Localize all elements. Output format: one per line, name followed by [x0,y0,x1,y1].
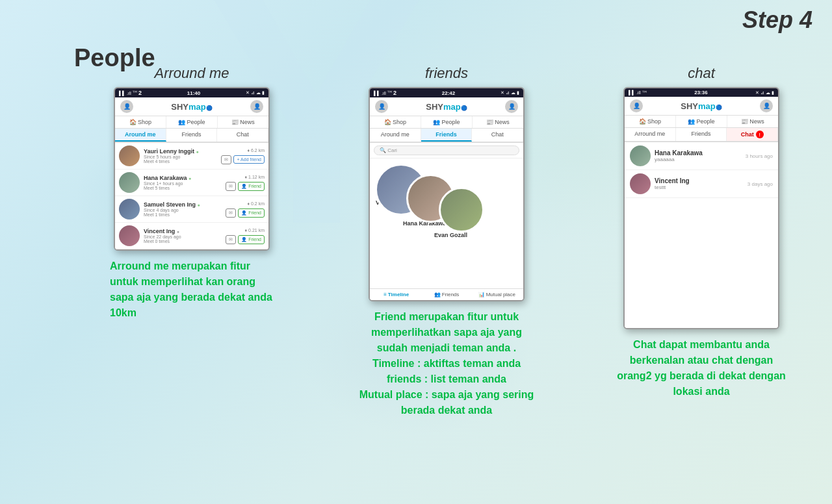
phone2-friends-area: Vincent Ing Hana Karakawa Evan Gozall [370,158,523,288]
phone3-tab-friends[interactable]: Friends [676,128,727,141]
friend-button-2[interactable]: 👤 Friend [238,182,265,191]
item-name-4: Vincent Ing ● [144,228,226,234]
item-distance-4: ♦ 0.21 km [227,228,265,233]
item-actions-3: ✉ 👤 Friend [226,208,265,218]
phone2-app-header: 👤 SHYmap🔵 👤 [370,97,523,116]
chat-badge: ! [756,131,764,138]
item-info-2: Hana Karakawa ● Since 1+ hours ago Meet … [144,175,226,190]
phone3-right-icons: ✕⊿☁▮ [755,90,774,95]
item-meta-3: Since 4 days ago [144,208,226,212]
phone3-left-icon[interactable]: 👤 [630,99,643,112]
phone2-description: Friend merupakan fitur untuk memperlihat… [356,309,538,418]
phone-column-3: chat ▌▌.ıllᵀᴹ 23:36 ✕⊿☁▮ 👤 [584,65,819,399]
phone2-bottom-tab-mutual[interactable]: 📊 Mutual place [472,292,522,297]
item-meta-1: Since 5 hours ago [144,155,221,159]
phone2-nav-shop[interactable]: 🏠 Shop [370,116,421,128]
item-info-3: Samuel Steven Ing ● Since 4 days ago Mee… [144,201,226,217]
phone-column-1: Arround me ▌▌.ıllᵀᴹ2 11:40 ✕⊿☁▮ 👤 [74,65,309,321]
search-box[interactable]: 🔍 Cari [374,145,519,155]
msg-button-3[interactable]: ✉ [226,208,236,218]
shop-icon-2: 🏠 [384,119,391,125]
avatar-2 [119,172,140,193]
people-icon-2: 👥 [433,119,440,125]
phone2-tab-aroundme[interactable]: Around me [370,129,421,142]
chat-time-2: 3 days ago [748,181,773,187]
msg-button-2[interactable]: ✉ [226,182,236,191]
phone2-tab-chat[interactable]: Chat [472,129,523,142]
phone2-right-icons: ✕⊿☁▮ [500,90,519,95]
friend-button-4[interactable]: 👤 Friend [238,235,265,244]
item-right-1: ♦ 6.2 km ✉ + Add friend [221,148,265,164]
phone1-app-header: 👤 SHYmap🔵 👤 [115,97,268,116]
phone2-nav-bar: 🏠 Shop 👥 People 📰 News [370,116,523,129]
item-right-2: ♦ 1.12 km ✉ 👤 Friend [226,175,265,191]
chat-item-1[interactable]: Hana Karakawa yaaaaaa 3 hours ago [625,142,778,170]
phone3-mockup: ▌▌.ıllᵀᴹ 23:36 ✕⊿☁▮ 👤 SHYmap🔵 [623,87,779,329]
phone1-list: Yauri Lenny Inggit ● Since 5 hours ago M… [115,143,268,249]
shop-icon-3: 🏠 [639,118,646,125]
phone-column-2: friends ▌▌.ıllᵀᴹ2 22:42 ✕⊿☁▮ 👤 [329,65,564,418]
phone1-status-bar: ▌▌.ıllᵀᴹ2 11:40 ✕⊿☁▮ [115,88,268,97]
phone3-nav-people[interactable]: 👥 People [676,116,727,127]
phone2-status-bar: ▌▌.ıllᵀᴹ2 22:42 ✕⊿☁▮ [370,88,523,97]
chat-msg-2: testtt [655,184,748,190]
chat-name-2: Vincent Ing [655,177,748,184]
phone2-bottom-tab-timeline[interactable]: ≡ Timeline [371,292,421,297]
phone2-bottom-tab-friends[interactable]: 👥 Friends [421,292,471,297]
list-item: Vincent Ing ● Since 22 days ago Meet 0 t… [115,223,268,249]
phone3-tab-bar: Arround me Friends Chat ! [625,128,778,142]
chat-time-1: 3 hours ago [746,153,773,159]
phone1-signal: ▌▌.ıllᵀᴹ2 [119,90,142,96]
phones-row: Arround me ▌▌.ıllᵀᴹ2 11:40 ✕⊿☁▮ 👤 [74,65,819,418]
phone2-nav-people[interactable]: 👥 People [421,116,473,128]
phone1-tab-bar: Around me Friends Chat [115,129,268,143]
phone2-left-icon[interactable]: 👤 [375,100,388,113]
phone2-tab-friends[interactable]: Friends [421,129,473,142]
phone2-right-icon[interactable]: 👤 [505,100,518,113]
phone2-search-area: 🔍 Cari [370,143,523,158]
phone3-chat-list: Hana Karakawa yaaaaaa 3 hours ago Vincen… [625,142,778,198]
phone1-tab-aroundme[interactable]: Around me [115,129,166,142]
news-icon-2: 📰 [486,119,493,125]
phone3-tab-chat[interactable]: Chat ! [727,128,778,141]
phone1-tab-chat[interactable]: Chat [217,129,268,142]
friend-button-3[interactable]: 👤 Friend [238,208,265,218]
chat-item-2[interactable]: Vincent Ing testtt 3 days ago [625,170,778,198]
add-friend-button-1[interactable]: + Add friend [233,155,265,164]
phone2-nav-news[interactable]: 📰 News [473,116,523,128]
item-meet-1: Meet 4 times [144,159,221,164]
phone1-nav-shop[interactable]: 🏠 Shop [115,116,166,128]
phone1-nav-news[interactable]: 📰 News [218,116,268,128]
phone3-tab-aroundme[interactable]: Arround me [625,128,676,141]
item-meet-3: Meet 1 times [144,212,226,217]
phone1-label: Arround me [155,65,229,82]
phone3-right-icon[interactable]: 👤 [760,99,773,112]
phone2-tab-bar: Around me Friends Chat [370,129,523,143]
phone2-bottom-tabs: ≡ Timeline 👥 Friends 📊 Mutual place [370,288,523,300]
news-icon-3: 📰 [741,118,748,125]
phone1-right-icon[interactable]: 👤 [250,100,263,113]
item-meet-4: Meet 0 times [144,239,226,244]
item-name-2: Hana Karakawa ● [144,175,226,181]
chat-avatar-2 [630,173,651,194]
msg-button-4[interactable]: ✉ [226,235,236,244]
phone3-signal: ▌▌.ıllᵀᴹ [629,90,647,95]
friend-circle-3 [439,187,484,233]
phone1-description: Arround me merupakan fitur untuk memperl… [107,258,276,321]
people-icon-3: 👥 [688,118,695,125]
avatar-4 [119,225,140,246]
phone1-tab-friends[interactable]: Friends [166,129,218,142]
step-label: Step 4 [742,6,812,34]
phone1-mockup: ▌▌.ıllᵀᴹ2 11:40 ✕⊿☁▮ 👤 SHYmap🔵 [114,87,270,251]
phone3-nav-bar: 🏠 Shop 👥 People 📰 News [625,116,778,128]
phone3-nav-shop[interactable]: 🏠 Shop [625,116,676,127]
phone3-nav-news[interactable]: 📰 News [727,116,778,127]
timeline-icon: ≡ [384,292,387,297]
msg-button-1[interactable]: ✉ [221,155,231,164]
phone2-label: friends [425,65,468,82]
list-item: Yauri Lenny Inggit ● Since 5 hours ago M… [115,143,268,170]
phone1-nav-people[interactable]: 👥 People [166,116,218,128]
item-distance-1: ♦ 6.2 km [222,148,265,153]
phone3-time: 23:36 [694,90,707,95]
phone1-left-icon[interactable]: 👤 [120,100,133,113]
